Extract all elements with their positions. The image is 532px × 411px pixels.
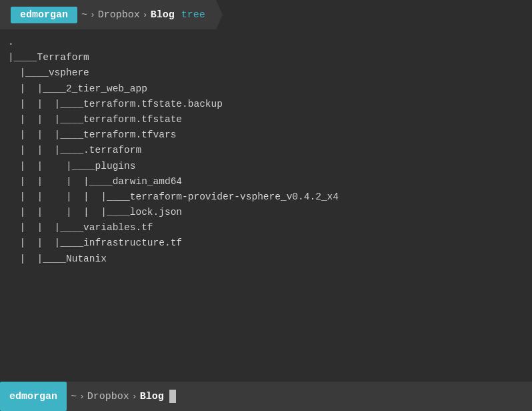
tree-line: .	[8, 35, 524, 50]
tree-line: | |____Nutanix	[8, 252, 524, 267]
tree-line: |____vsphere	[8, 65, 524, 81]
bottom-bar: edmorgan ~ › Dropbox › Blog	[0, 382, 532, 411]
main-content: . |____Terraform |____vsphere | |____2_t…	[0, 29, 532, 382]
tree-line: | | |____terraform.tfstate.backup	[8, 97, 524, 112]
path-tilde: ~	[81, 9, 87, 21]
tree-line: | | | | |____terraform-provider-vsphere_…	[8, 189, 524, 205]
tree-line: |____Terraform	[8, 50, 524, 65]
tree-line: | | |____variables.tf	[8, 220, 524, 236]
bottom-blog: Blog	[140, 391, 164, 402]
tree-line: | | | |____darwin_amd64	[8, 174, 524, 189]
bottom-dropbox: Dropbox	[87, 391, 129, 402]
tab-path: ~ › Dropbox › Blog tree	[81, 9, 205, 21]
tree-line: | | |____infrastructure.tf	[8, 236, 524, 251]
tree-line: | | |____plugins	[8, 159, 524, 174]
tab-username: edmorgan	[11, 7, 77, 23]
tab-bar: edmorgan ~ › Dropbox › Blog tree	[0, 0, 532, 29]
tree-line: | |____2_tier_web_app	[8, 81, 524, 97]
path-arrow-1: ›	[90, 10, 95, 20]
bottom-arrow-2: ›	[132, 392, 137, 402]
bottom-arrow-1: ›	[79, 392, 85, 402]
path-blog: Blog	[151, 9, 175, 21]
terminal-window: edmorgan ~ › Dropbox › Blog tree . |____…	[0, 0, 532, 411]
active-tab[interactable]: edmorgan ~ › Dropbox › Blog tree	[0, 0, 216, 29]
bottom-path: ~ › Dropbox › Blog	[71, 390, 176, 403]
cursor	[169, 390, 176, 403]
path-command: tree	[181, 9, 205, 21]
bottom-tilde: ~	[71, 391, 77, 402]
tree-line: | | |____terraform.tfvars	[8, 127, 524, 143]
bottom-username: edmorgan	[0, 382, 67, 411]
tree-line: | | |____terraform.tfstate	[8, 112, 524, 127]
path-arrow-2: ›	[143, 10, 148, 20]
tree-line: | | |____.terraform	[8, 143, 524, 158]
tree-line: | | | | |____lock.json	[8, 205, 524, 220]
path-dropbox: Dropbox	[98, 9, 140, 21]
